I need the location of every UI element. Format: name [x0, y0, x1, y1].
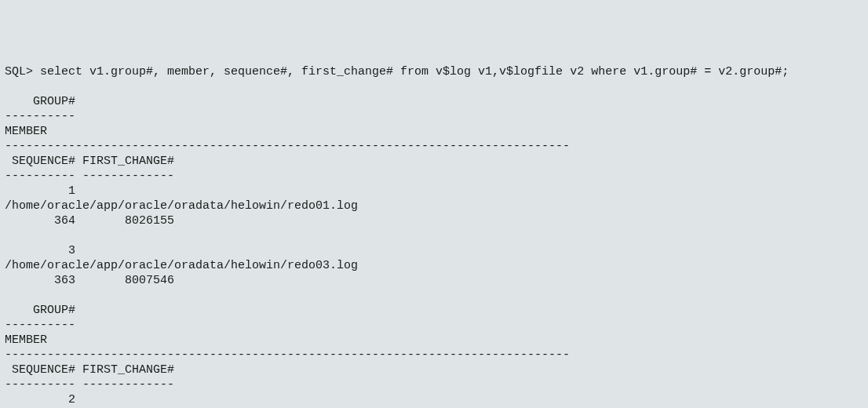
- row-group: 3: [5, 244, 75, 257]
- sql-prompt: SQL>: [5, 65, 40, 78]
- separator: ----------: [5, 319, 75, 332]
- col-header-seq-change: SEQUENCE# FIRST_CHANGE#: [5, 155, 174, 168]
- row-seq-change: 364 8026155: [5, 214, 174, 228]
- col-header-member: MEMBER: [5, 125, 47, 138]
- col-header-group: GROUP#: [5, 304, 75, 317]
- separator: ----------------------------------------…: [5, 348, 570, 362]
- separator: ----------: [5, 110, 75, 123]
- separator: ---------- -------------: [5, 169, 174, 183]
- sql-query: select v1.group#, member, sequence#, fir…: [40, 65, 789, 78]
- col-header-group: GROUP#: [5, 95, 75, 108]
- separator: ----------------------------------------…: [5, 140, 570, 153]
- row-member: /home/oracle/app/oracle/oradata/helowin/…: [5, 199, 358, 213]
- col-header-seq-change: SEQUENCE# FIRST_CHANGE#: [5, 363, 174, 377]
- row-member: /home/oracle/app/oracle/oradata/helowin/…: [5, 259, 358, 272]
- row-group: 1: [5, 184, 75, 198]
- row-group: 2: [5, 393, 75, 406]
- row-seq-change: 363 8007546: [5, 274, 174, 287]
- col-header-member: MEMBER: [5, 333, 47, 347]
- sql-terminal-output: SQL> select v1.group#, member, sequence#…: [5, 64, 863, 408]
- separator: ---------- -------------: [5, 378, 174, 392]
